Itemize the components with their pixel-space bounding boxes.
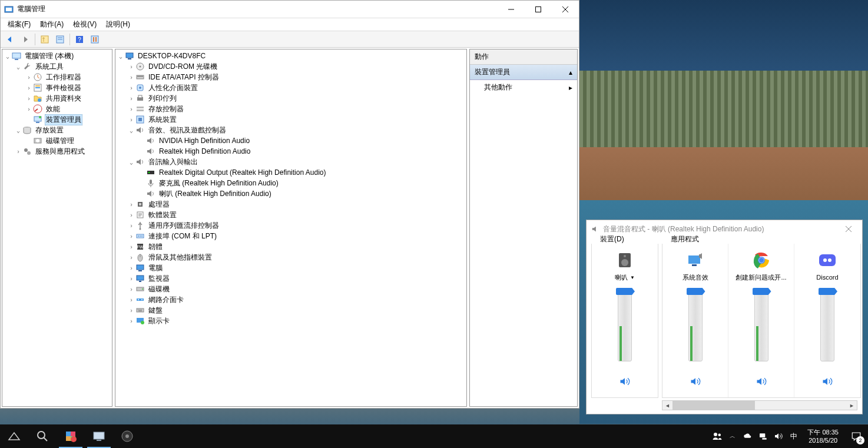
device-tree-item[interactable]: ›IDE ATA/ATAPI 控制器 [117, 72, 465, 82]
collapse-icon[interactable]: ⌄ [14, 64, 22, 70]
device-tree-item[interactable]: ›連接埠 (COM 和 LPT) [117, 231, 465, 241]
collapse-icon[interactable]: ⌄ [127, 127, 135, 134]
show-hide-tree-button[interactable] [38, 32, 52, 47]
expand-icon[interactable]: › [25, 95, 33, 102]
volume-slider[interactable] [616, 291, 634, 367]
taskbar-app-2[interactable] [28, 424, 57, 448]
cm-titlebar[interactable]: 電腦管理 [1, 1, 579, 18]
taskbar-computer-management[interactable] [85, 424, 113, 448]
device-tree-item[interactable]: 麥克風 (Realtek High Definition Audio) [117, 178, 465, 188]
volume-slider[interactable] [753, 291, 770, 367]
refresh-button[interactable] [88, 32, 102, 47]
expand-icon[interactable]: › [127, 286, 135, 293]
volume-slider[interactable] [687, 291, 704, 367]
collapse-icon[interactable]: ⌄ [4, 53, 12, 59]
device-tree-item[interactable]: ›人性化介面裝置 [117, 82, 465, 93]
taskbar-clock[interactable]: 下午 08:35 2018/5/20 [801, 428, 844, 444]
collapse-icon[interactable]: ⌄ [127, 159, 135, 165]
expand-icon[interactable]: › [127, 212, 135, 218]
scroll-left-icon[interactable]: ◄ [662, 401, 672, 410]
mute-button[interactable] [756, 376, 767, 387]
expand-icon[interactable]: › [127, 201, 135, 208]
device-tree-item[interactable]: ›滑鼠及其他指標裝置 [117, 252, 465, 263]
system-sounds-icon[interactable] [686, 251, 705, 270]
left-tree-item[interactable]: ⌄電腦管理 (本機) [4, 51, 111, 61]
cm-left-tree[interactable]: ⌄電腦管理 (本機)⌄系統工具›工作排程器›事件檢視器›共用資料夾›效能裝置管理… [2, 49, 112, 407]
people-icon[interactable] [710, 424, 725, 448]
left-tree-item[interactable]: ›工作排程器 [4, 72, 111, 82]
menu-file[interactable]: 檔案(F) [3, 18, 35, 31]
expand-icon[interactable]: › [127, 276, 135, 282]
expand-icon[interactable]: › [127, 74, 135, 81]
device-tree-item[interactable]: ›鍵盤 [117, 305, 465, 316]
actions-more[interactable]: 其他動作 ▸ [470, 80, 577, 95]
device-tree-item[interactable]: ›磁碟機 [117, 284, 465, 294]
left-tree-item[interactable]: ›共用資料夾 [4, 93, 111, 104]
actions-section-device-manager[interactable]: 裝置管理員 ▴ [470, 65, 577, 80]
mute-button[interactable] [821, 376, 833, 387]
expand-icon[interactable]: › [127, 307, 135, 314]
left-tree-item[interactable]: ›效能 [4, 104, 111, 114]
tray-expand-icon[interactable]: ︿ [725, 424, 740, 448]
device-tree-item[interactable]: ⌄音效、視訊及遊戲控制器 [117, 125, 465, 135]
maximize-button[interactable] [525, 1, 552, 18]
help-button[interactable]: ? [72, 32, 87, 47]
device-tree-item[interactable]: ›網路介面卡 [117, 294, 465, 305]
expand-icon[interactable]: › [127, 297, 135, 303]
volume-icon[interactable] [771, 424, 786, 448]
device-tree-item[interactable]: ›軟體裝置 [117, 210, 465, 220]
mute-button[interactable] [619, 376, 631, 387]
expand-icon[interactable]: › [127, 64, 135, 70]
volume-slider[interactable] [819, 291, 836, 367]
discord-icon[interactable] [818, 251, 837, 270]
ime-indicator[interactable]: 中 [786, 424, 801, 448]
expand-icon[interactable]: › [25, 85, 33, 91]
taskbar-media-player[interactable] [113, 424, 141, 448]
minimize-button[interactable] [498, 1, 525, 18]
scrollbar-thumb[interactable] [672, 401, 755, 410]
network-icon[interactable] [756, 424, 771, 448]
chevron-down-icon[interactable]: ▼ [630, 275, 635, 280]
expand-icon[interactable]: › [127, 254, 135, 261]
device-tree-item[interactable]: ›存放控制器 [117, 104, 465, 114]
scroll-right-icon[interactable]: ► [847, 401, 857, 410]
mixer-scrollbar[interactable]: ◄ ► [662, 400, 857, 410]
slider-thumb[interactable] [753, 288, 771, 295]
speaker-device-icon[interactable] [615, 251, 634, 270]
expand-icon[interactable]: › [127, 95, 135, 102]
expand-icon[interactable]: › [127, 117, 135, 123]
mixer-titlebar[interactable]: 音量混音程式 - 喇叭 (Realtek High Definition Aud… [587, 220, 862, 238]
expand-icon[interactable]: › [14, 148, 22, 155]
expand-icon[interactable]: › [127, 106, 135, 112]
device-tree-item[interactable]: NVIDIA High Definition Audio [117, 135, 465, 146]
expand-icon[interactable]: › [127, 85, 135, 91]
expand-icon[interactable]: › [127, 265, 135, 271]
left-tree-item[interactable]: 裝置管理員 [4, 114, 111, 125]
mute-button[interactable] [690, 376, 701, 387]
slider-thumb[interactable] [687, 288, 705, 295]
device-tree-item[interactable]: ›FW韌體 [117, 241, 465, 252]
properties-button[interactable] [53, 32, 67, 47]
device-tree-item[interactable]: ›電腦 [117, 263, 465, 273]
device-tree-item[interactable]: ›通用序列匯流排控制器 [117, 220, 465, 231]
menu-help[interactable]: 說明(H) [101, 18, 135, 31]
slider-thumb[interactable] [819, 288, 837, 295]
expand-icon[interactable]: › [127, 318, 135, 324]
device-tree-item[interactable]: Realtek Digital Output (Realtek High Def… [117, 167, 465, 178]
onedrive-icon[interactable] [740, 424, 756, 448]
collapse-icon[interactable]: ⌄ [14, 127, 22, 134]
device-tree-item[interactable]: ›系統裝置 [117, 114, 465, 125]
device-tree-item[interactable]: ⌄DESKTOP-K4DV8FC [117, 51, 465, 61]
taskbar-app-1[interactable] [0, 424, 28, 448]
left-tree-item[interactable]: ›事件檢視器 [4, 82, 111, 93]
device-tree-item[interactable]: ›顯示卡 [117, 316, 465, 326]
expand-icon[interactable]: › [25, 106, 33, 112]
left-tree-item[interactable]: ⌄系統工具 [4, 61, 111, 72]
expand-icon[interactable]: › [127, 223, 135, 229]
device-tree-item[interactable]: Realtek High Definition Audio [117, 146, 465, 157]
expand-icon[interactable]: › [127, 244, 135, 250]
left-tree-item[interactable]: ⌄存放裝置 [4, 125, 111, 135]
slider-thumb[interactable] [616, 288, 635, 295]
left-tree-item[interactable]: ›服務與應用程式 [4, 146, 111, 157]
action-center-button[interactable]: 2 [844, 424, 868, 448]
